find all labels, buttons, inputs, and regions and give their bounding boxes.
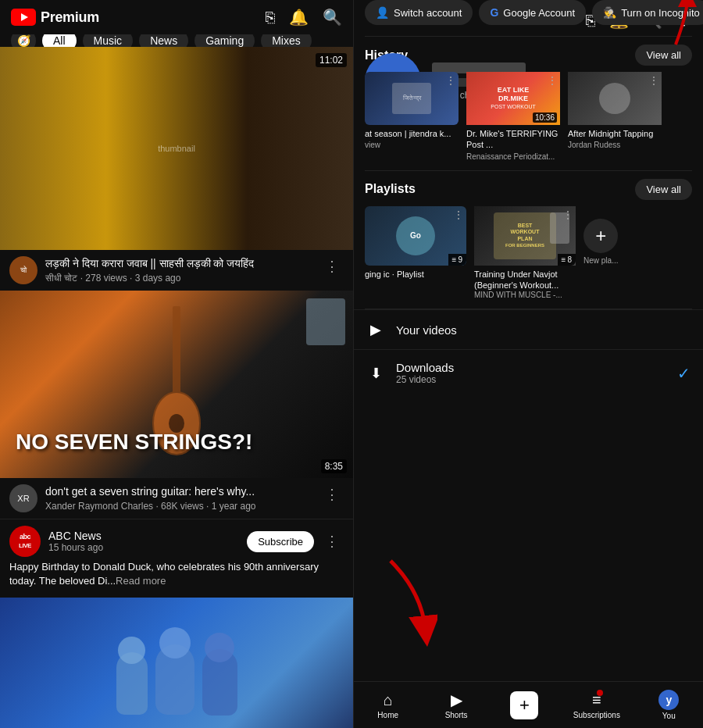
video2-more[interactable]: ⋮ xyxy=(320,484,344,505)
youtube-logo xyxy=(11,9,36,26)
playlists-header: Playlists View all xyxy=(354,171,703,206)
playlist-thumb-1: Go ≡9 xyxy=(365,206,466,266)
nav-subscriptions-right[interactable]: ≡ Subscriptions xyxy=(573,691,620,719)
add-button-right[interactable]: + xyxy=(510,691,538,719)
nav-home-right[interactable]: ⌂ Home xyxy=(369,691,408,719)
read-more[interactable]: Read more xyxy=(116,575,166,587)
header-icons: ⎘ 🔔 🔍 xyxy=(266,8,342,27)
switch-account-icon: 👤 xyxy=(376,6,389,19)
guitar-text-overlay: NO SEVEN STRINGS?! xyxy=(16,430,252,455)
video1-duration: 11:02 xyxy=(316,53,347,67)
history-title-2: Dr. Mike's TERRIFYING Post ... xyxy=(466,128,560,151)
playlist2-count: ≡8 xyxy=(558,254,576,266)
video2-meta: Xander Raymond Charles · 68K views · 1 y… xyxy=(45,501,312,512)
video2-title: don't get a seven string guitar: here's … xyxy=(45,484,312,498)
history-more-3[interactable]: ⋮ xyxy=(648,74,659,87)
video2-thumbnail[interactable]: NO SEVEN STRINGS?! 8:35 xyxy=(0,291,353,478)
playlist2-title: Training Under Navjot (Beginner's Workou… xyxy=(474,269,576,291)
add-playlist-button[interactable]: + xyxy=(583,219,618,253)
new-playlist-area: + New pla... xyxy=(583,206,618,265)
history-item-3[interactable]: After Midnight Tapping Jordan Rudess ⋮ xyxy=(568,72,662,161)
google-account-button[interactable]: G Google Account xyxy=(479,0,586,25)
downloads-icon: ⬇ xyxy=(366,365,385,382)
subscribe-button[interactable]: Subscribe xyxy=(247,531,314,552)
video2-avatar: XR xyxy=(9,484,37,512)
google-icon: G xyxy=(490,6,498,19)
your-videos-icon: ▶ xyxy=(366,321,385,338)
playlist1-title: ging ic · Playlist xyxy=(365,269,466,280)
video2-duration: 8:35 xyxy=(321,459,347,473)
news-text: Happy Birthday to Donald Duck, who celeb… xyxy=(9,560,344,591)
guitar-thumb: NO SEVEN STRINGS?! 8:35 xyxy=(0,291,353,478)
history-thumb-1: जितेन्द्र xyxy=(365,72,459,125)
right-bottom-nav: ⌂ Home ▶ Shorts + ≡ Subscriptions y You xyxy=(354,681,703,728)
svg-rect-2 xyxy=(173,306,180,400)
filter-chips: 🧭 All Music News Gaming Mixes xyxy=(0,34,353,47)
playlists-title: Playlists xyxy=(365,182,416,196)
downloads-text: Downloads 25 videos xyxy=(396,361,454,385)
hindi-thumb-inner: thumbnail xyxy=(0,47,353,250)
hindi-thumb: thumbnail 11:02 xyxy=(0,47,353,250)
video1-meta: सीधी चोट · 278 views · 3 days ago xyxy=(45,273,312,284)
history-duration-2: 10:36 xyxy=(533,112,557,123)
nav-shorts-right[interactable]: ▶ Shorts xyxy=(437,691,476,719)
disney-thumb xyxy=(0,598,353,728)
abc-news-name: ABC News xyxy=(48,530,103,542)
news-channel-text: ABC News 15 hours ago xyxy=(48,530,103,553)
playlist1-count: ≡9 xyxy=(448,254,466,266)
video1-info: चो लड़की ने दिया करारा जवाब || साहसी लड़… xyxy=(0,250,353,291)
nav-subs-label-right: Subscriptions xyxy=(573,711,620,719)
news-time-ago: 15 hours ago xyxy=(48,542,103,553)
shorts-icon-right: ▶ xyxy=(451,691,462,709)
your-videos-label: Your videos xyxy=(396,323,457,337)
abc-news-avatar: abc LIVE xyxy=(9,526,41,557)
chip-gaming[interactable]: Gaming xyxy=(194,34,255,47)
playlist2-more[interactable]: ⋮ xyxy=(562,209,573,221)
cast-icon[interactable]: ⎘ xyxy=(266,9,275,27)
notification-icon[interactable]: 🔔 xyxy=(289,8,309,27)
nav-shorts-label-right: Shorts xyxy=(445,711,468,719)
video1-avatar: चो xyxy=(9,256,37,284)
chip-mixes[interactable]: Mixes xyxy=(261,34,312,47)
playlist-item-1[interactable]: Go ≡9 ging ic · Playlist ⋮ xyxy=(365,206,466,280)
history-more-2[interactable]: ⋮ xyxy=(547,74,558,87)
history-thumb-3 xyxy=(568,72,662,125)
playlist-item-2[interactable]: BESTWORKOUTPLANFOR BEGINNERS ≡8 Training… xyxy=(474,206,576,300)
downloads-sub: 25 videos xyxy=(396,374,454,385)
video1-thumbnail[interactable]: thumbnail 11:02 xyxy=(0,47,353,250)
playlists-view-all[interactable]: View all xyxy=(635,179,692,200)
history-item-2[interactable]: EAT LIKEDr.MikePoST WORKOUT 10:36 Dr. Mi… xyxy=(466,72,560,161)
incognito-icon: 🕵 xyxy=(603,6,616,19)
right-panel: ⎘ 🔔 🔍 ⚙ y · View channel > xyxy=(353,0,703,728)
nav-you-right[interactable]: y You xyxy=(649,690,688,720)
playlist1-more[interactable]: ⋮ xyxy=(453,209,464,221)
history-more-1[interactable]: ⋮ xyxy=(445,74,456,87)
live-badge: LIVE xyxy=(16,541,34,550)
history-sub-3: Jordan Rudess xyxy=(568,141,662,149)
playlist-thumb-2: BESTWORKOUTPLANFOR BEGINNERS ≡8 xyxy=(474,206,576,266)
history-thumb-2: EAT LIKEDr.MikePoST WORKOUT 10:36 xyxy=(466,72,560,125)
history-sub-2: Renaissance Periodizat... xyxy=(466,152,560,161)
explore-chip-icon[interactable]: 🧭 xyxy=(11,34,36,47)
switch-account-button[interactable]: 👤 Switch account xyxy=(365,0,473,25)
downloads-check: ✓ xyxy=(677,364,691,383)
news-channel-info: abc LIVE ABC News 15 hours ago xyxy=(9,526,103,557)
your-videos-item[interactable]: ▶ Your videos xyxy=(354,309,703,349)
news-more[interactable]: ⋮ xyxy=(320,531,344,551)
downloads-item[interactable]: ⬇ Downloads 25 videos ✓ xyxy=(354,349,703,396)
chip-all[interactable]: All xyxy=(42,34,77,47)
playlist2-sub: MIND WITH MUSCLE -... xyxy=(474,291,576,299)
donald-duck-thumbnail[interactable] xyxy=(0,598,353,728)
chip-news[interactable]: News xyxy=(139,34,188,47)
nav-add-right[interactable]: + xyxy=(505,691,544,719)
video1-more[interactable]: ⋮ xyxy=(320,256,344,277)
account-actions: 👤 Switch account G Google Account 🕵 Turn… xyxy=(354,0,703,36)
playlists-row: Go ≡9 ging ic · Playlist ⋮ BESTWORKOUTPL… xyxy=(354,206,703,309)
video1-text: लड़की ने दिया करारा जवाब || साहसी लड़की … xyxy=(45,256,312,284)
downloads-label: Downloads xyxy=(396,361,454,374)
chip-music[interactable]: Music xyxy=(83,34,134,47)
search-icon[interactable]: 🔍 xyxy=(323,8,342,27)
history-item-1[interactable]: जितेन्द्र at season | jitendra k... view… xyxy=(365,72,459,161)
subscriptions-icon-right: ≡ xyxy=(592,691,601,709)
history-title-1: at season | jitendra k... xyxy=(365,128,459,139)
